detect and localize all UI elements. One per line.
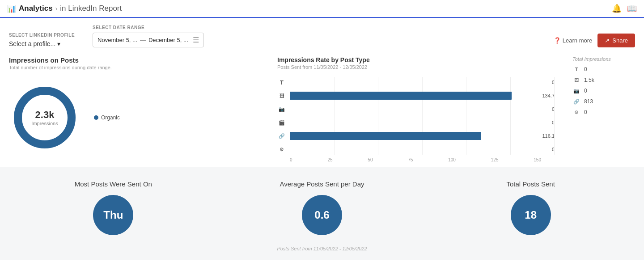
donut-value: 2.3k — [31, 109, 58, 121]
bar-track-gear — [290, 145, 547, 153]
notifications-button[interactable]: 🔔 — [612, 4, 622, 13]
chart-legend: Organic — [94, 114, 120, 121]
profile-label: SELECT LINKEDIN PROFILE — [9, 33, 75, 38]
top-bar-actions: 🔔 📖 — [612, 4, 637, 13]
chart-axis: 0 25 50 75 100 125 150 — [277, 157, 555, 162]
chart-title: Impressions Rate by Post Type — [277, 56, 555, 63]
stat-avg-posts-day: Average Posts Sent per Day 0.6 Posts Sen… — [218, 180, 427, 251]
book-button[interactable]: 📖 — [627, 4, 637, 13]
bar-row-movie: 🎬 0 — [290, 117, 555, 128]
bar-fill-link — [290, 132, 481, 140]
share-label: Share — [612, 37, 628, 44]
grid-line-0 — [290, 77, 290, 155]
axis-25: 25 — [327, 157, 332, 162]
analytics-icon: 📊 — [7, 4, 16, 13]
total-val-link: 813 — [584, 98, 593, 105]
axis-0: 0 — [290, 157, 292, 162]
total-val-video: 0 — [584, 88, 587, 94]
chevron-down-icon: ▾ — [57, 40, 60, 47]
analytics-title: Analytics — [19, 4, 53, 13]
controls-row: SELECT LINKEDIN PROFILE Select a profile… — [9, 25, 635, 47]
learn-more-link[interactable]: ❓ Learn more — [554, 37, 592, 44]
donut-label: Impressions — [31, 121, 58, 126]
legend-dot-organic — [94, 115, 98, 120]
date-range-label: SELECT DATE RANGE — [93, 25, 204, 30]
total-posts-value: 18 — [511, 195, 551, 235]
bar-icon-text: T — [277, 79, 286, 86]
bar-icon-image: 🖼 — [277, 93, 286, 98]
bar-track-image — [290, 92, 537, 100]
total-row-link: 🔗 813 — [572, 98, 635, 105]
bar-row-gear: ⚙ 0 — [290, 144, 555, 155]
donut-chart: 2.3k Impressions — [9, 82, 80, 153]
analytics-section: Impressions on Posts Total number of imp… — [9, 56, 635, 167]
impressions-subtitle: Total number of impressions during date … — [9, 65, 259, 70]
top-bar: 📊 Analytics › in LinkedIn Report 🔔 📖 — [0, 0, 644, 18]
bar-fill-image — [290, 92, 512, 100]
help-icon: ❓ — [554, 37, 561, 44]
totals-panel: Total Impressions T 0 🖼 1.5k 📷 0 🔗 813 ⚙… — [564, 56, 635, 167]
donut-area: 2.3k Impressions Organic — [9, 77, 259, 158]
axis-labels: 0 25 50 75 100 125 150 — [290, 157, 541, 162]
bottom-stats: Most Posts Were Sent On Thu Average Post… — [0, 167, 644, 260]
avg-posts-label: Average Posts Sent per Day — [280, 180, 364, 188]
stat-most-posts-day: Most Posts Were Sent On Thu — [9, 180, 218, 251]
grid-line-50 — [378, 77, 378, 155]
axis-150: 150 — [534, 157, 541, 162]
grid-line-25 — [334, 77, 335, 155]
profile-select-button[interactable]: Select a profile... ▾ — [9, 40, 60, 47]
total-icon-text: T — [572, 67, 580, 72]
bar-icon-link: 🔗 — [277, 133, 286, 139]
date-dash: — — [140, 37, 146, 43]
bar-val-movie: 0 — [552, 120, 555, 125]
bar-row-video: 📷 0 — [290, 104, 555, 114]
bar-val-link: 116.1 — [542, 133, 555, 139]
controls-right: ❓ Learn more ↗ Share — [554, 34, 635, 47]
bar-val-image: 134.7 — [542, 93, 555, 98]
total-row-text: T 0 — [572, 66, 635, 72]
main-content: SELECT LINKEDIN PROFILE Select a profile… — [0, 18, 644, 267]
date-end: December 5, ... — [148, 37, 188, 43]
grid-line-100 — [466, 77, 466, 155]
filter-icon[interactable]: ☰ — [193, 36, 199, 44]
legend-label-organic: Organic — [101, 114, 120, 121]
breadcrumb: 📊 Analytics › in LinkedIn Report — [7, 4, 122, 13]
total-val-text: 0 — [584, 66, 587, 72]
learn-more-text: Learn more — [563, 37, 592, 44]
axis-50: 50 — [368, 157, 373, 162]
axis-75: 75 — [408, 157, 413, 162]
donut-center: 2.3k Impressions — [31, 109, 58, 126]
bar-row-link: 🔗 116.1 — [290, 131, 555, 141]
date-start: November 5, ... — [97, 37, 137, 43]
total-icon-gear: ⚙ — [572, 110, 580, 115]
bar-icon-gear: ⚙ — [277, 147, 286, 152]
bar-icon-video: 📷 — [277, 106, 286, 112]
total-row-image: 🖼 1.5k — [572, 77, 635, 83]
axis-100: 100 — [448, 157, 456, 162]
total-icon-image: 🖼 — [572, 77, 580, 83]
total-val-image: 1.5k — [584, 77, 594, 83]
breadcrumb-separator: › — [55, 5, 58, 12]
most-posts-day-label: Most Posts Were Sent On — [75, 180, 152, 188]
bar-row-text: T 0 — [290, 77, 555, 88]
grid-lines — [290, 77, 555, 155]
date-range-input[interactable]: November 5, ... — December 5, ... ☰ — [93, 33, 204, 47]
bar-track-link — [290, 132, 537, 140]
bar-val-text: 0 — [552, 80, 555, 85]
stat-total-posts: Total Posts Sent 18 — [426, 180, 635, 251]
chart-panel: Impressions Rate by Post Type Posts Sent… — [268, 56, 564, 167]
profile-control: SELECT LINKEDIN PROFILE Select a profile… — [9, 33, 75, 47]
share-button[interactable]: ↗ Share — [597, 34, 635, 47]
grid-line-75 — [422, 77, 423, 155]
most-posts-day-value: Thu — [93, 195, 133, 235]
total-icon-link: 🔗 — [572, 99, 580, 105]
impressions-panel: Impressions on Posts Total number of imp… — [9, 56, 268, 167]
bar-track-video — [290, 105, 547, 113]
bar-chart: T 0 🖼 134.7 — [277, 77, 555, 162]
axis-125: 125 — [491, 157, 499, 162]
avg-posts-value: 0.6 — [302, 195, 342, 235]
date-range-control: SELECT DATE RANGE November 5, ... — Dece… — [93, 25, 204, 47]
totals-title: Total Impressions — [572, 56, 635, 62]
report-title: in LinkedIn Report — [60, 4, 122, 13]
bar-icon-movie: 🎬 — [277, 120, 286, 126]
